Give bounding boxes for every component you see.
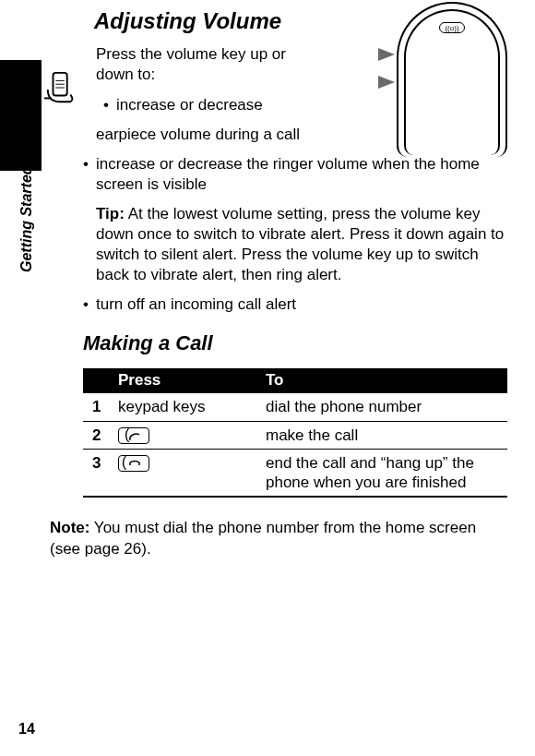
- to-cell: make the call: [258, 421, 507, 449]
- phone-in-hand-icon: [44, 69, 79, 106]
- table-header-to: To: [258, 368, 507, 393]
- end-key-icon: [118, 455, 149, 472]
- making-a-call-table: Press To 1 keypad keys dial the phone nu…: [83, 368, 507, 498]
- arrow-icon: [378, 48, 395, 61]
- press-cell: [111, 421, 258, 449]
- bullet-text: increase or decrease: [116, 96, 263, 114]
- bullet-text: turn off an incoming call alert: [96, 295, 296, 313]
- table-row: 2 make the call: [83, 421, 507, 449]
- heading-making-a-call: Making a Call: [83, 331, 507, 355]
- page-number: 14: [18, 721, 35, 738]
- tip-text: At the lowest volume setting, press the …: [96, 205, 504, 283]
- bullet-item: • increase or decrease: [116, 95, 507, 115]
- bullet-item: • turn off an incoming call alert: [96, 294, 507, 315]
- intro-text: Press the volume key up or down to:: [96, 44, 308, 85]
- press-cell: keypad keys: [111, 393, 258, 421]
- row-number: 1: [83, 393, 111, 421]
- bullet-item: • increase or decrease the ringer volume…: [96, 154, 507, 195]
- press-cell: [111, 449, 258, 497]
- table-row: 3 end the call and “hang up” the phone w…: [83, 449, 507, 497]
- talk-key-icon: [118, 427, 149, 444]
- table-header-num: [83, 368, 111, 393]
- to-cell: dial the phone number: [258, 393, 507, 421]
- section-label: Getting Started: [18, 165, 35, 272]
- note-label: Note:: [50, 519, 89, 536]
- row-number: 2: [83, 421, 111, 449]
- tip-label: Tip:: [96, 205, 125, 222]
- section-tab: [0, 60, 42, 171]
- row-number: 3: [83, 449, 111, 497]
- tip-paragraph: Tip: At the lowest volume setting, press…: [96, 204, 507, 285]
- phone-illustration: ((o)): [378, 2, 507, 159]
- bullet-text: increase or decrease the ringer volume w…: [96, 155, 480, 193]
- note-text: You must dial the phone number from the …: [50, 519, 476, 557]
- note-paragraph: Note: You must dial the phone number fro…: [50, 518, 507, 558]
- arrow-icon: [378, 76, 395, 89]
- table-row: 1 keypad keys dial the phone number: [83, 393, 507, 421]
- table-header-press: Press: [111, 368, 258, 393]
- to-cell: end the call and “hang up” the phone whe…: [258, 449, 507, 497]
